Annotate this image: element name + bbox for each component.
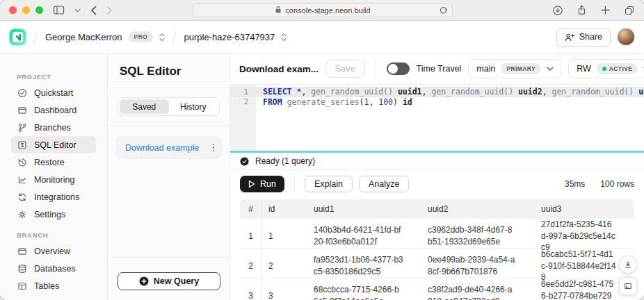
new-tab-icon[interactable] [600,5,611,15]
reload-icon[interactable] [439,6,448,17]
tab-overview-icon[interactable] [624,5,635,16]
sidebar-item[interactable]: Dashboard [11,101,96,119]
downloads-icon[interactable] [552,5,563,16]
sidebar-item[interactable]: Settings [11,206,96,223]
integrations-icon [17,192,27,202]
avatar[interactable] [617,28,635,46]
branch-select[interactable]: main PRIMARY [468,59,561,78]
table-row[interactable]: 11140b3b4d-6421-41fd-bf20-f03e6b0a012fc3… [240,219,634,249]
code-text: SELECT *, gen_random_uuid() uuid1, gen_r… [256,87,644,97]
breadcrumb-separator [33,31,38,42]
sidebar-item[interactable]: SQL Editor [11,136,96,153]
code-line[interactable]: 1SELECT *, gen_random_uuid() uuid1, gen_… [230,87,644,97]
query-duration: 35ms [565,179,585,189]
explain-button[interactable]: Explain [305,176,353,192]
sidebar-item-label: Branches [34,123,71,133]
overview-icon [17,246,27,256]
back-icon[interactable] [90,6,97,15]
sidebar-item[interactable]: Branches [11,119,96,136]
table-row[interactable]: 22fa9523d1-1b06-4377-b3c5-8350186d29c50e… [240,249,634,278]
sidebar-item-label: Tables [34,281,59,291]
tab[interactable]: History [169,99,218,114]
address-bar[interactable]: console-stage.neon.build [193,3,453,17]
cell: 3 [262,291,307,300]
chevron-down-icon[interactable] [74,8,81,12]
traffic-lights [9,6,43,14]
tab[interactable]: Saved [120,99,169,114]
share-label: Share [579,32,602,42]
cell: c38f2ad9-de40-4266-a918-ae947c732ed0 [421,284,535,300]
sidebar-item[interactable]: Integrations [11,188,96,206]
primary-badge: PRIMARY [501,63,541,74]
new-query-button[interactable]: New Query [118,272,220,290]
cell: 140b3b4d-6421-41fd-bf20-f03e6b0a012f [307,224,421,247]
query-status-bar: Ready (1 query) [230,153,644,170]
save-button[interactable]: Save [325,60,365,78]
sql-editor-icon [17,140,27,150]
code-text: FROM generate_series(1, 100) id [256,97,412,107]
saved-query-item[interactable]: Download example [115,136,222,159]
sidebar-item[interactable]: Tables [11,277,96,294]
time-travel-toggle[interactable] [387,62,410,75]
project-switcher-icon[interactable] [281,33,287,42]
zoom-window-button[interactable] [35,6,43,14]
sidebar-item[interactable]: Roles [11,294,96,300]
dashboard-icon [17,105,27,115]
sidebar-toggle-icon[interactable] [53,5,65,15]
column-header: uuid1 [307,204,421,214]
project-name[interactable]: purple-haze-63747937 [184,32,275,42]
sidebar-item[interactable]: Restore [11,153,96,171]
code-line[interactable]: 2FROM generate_series(1, 100) id [230,97,644,108]
share-button[interactable]: Share [556,28,611,47]
url-text: console-stage.neon.build [285,6,370,15]
run-button[interactable]: Run [240,176,284,192]
tab-label: Saved [132,102,156,112]
line-number: 1 [230,88,256,97]
monitoring-icon [17,174,27,185]
sql-editor-main: Download exam... Save Time Travel main P… [230,53,644,300]
sidebar-item[interactable]: Databases [11,260,96,277]
neon-logo[interactable] [9,28,26,46]
check-circle-icon [240,157,249,166]
cell: 0ee499ab-2939-4a54-a8cf-9b667b701876 [421,254,535,277]
sidebar-item[interactable]: Overview [11,242,96,260]
saved-query-label: Download example [125,143,199,153]
download-results-button[interactable] [619,256,637,274]
results-table: #iduuid1uuid2uuid3 11140b3b4d-6421-41fd-… [240,199,634,300]
plus-circle-icon [139,276,149,286]
sidebar-item-label: SQL Editor [34,140,77,150]
sidebar-item-label: Overview [34,247,70,256]
org-switcher-icon[interactable] [159,33,165,42]
restore-icon [17,157,27,167]
sidebar-item-label: Integrations [34,192,79,202]
page-title: SQL Editor [108,53,230,88]
share-people-icon [565,33,575,42]
expand-results-button[interactable] [619,277,637,295]
table-row[interactable]: 3368ccbcca-7715-4266-b6c5-9f7a14ea6e5ec3… [240,278,634,300]
share-page-icon[interactable] [577,4,587,16]
editor-toolbar: Download exam... Save Time Travel main P… [230,53,644,85]
line-number: 2 [230,97,256,106]
row-count: 100 rows [600,179,634,189]
kebab-menu-icon[interactable] [213,144,215,152]
compute-value: RW [577,64,591,74]
close-window-button[interactable] [9,6,17,14]
analyze-button[interactable]: Analyze [359,176,409,192]
queries-panel: SQL Editor Saved History Download exampl… [108,53,230,300]
sidebar-item-label: Monitoring [34,175,74,185]
settings-icon [17,209,27,219]
branch-value: main [476,64,495,74]
run-label: Run [260,179,276,189]
code-editor[interactable]: 1SELECT *, gen_random_uuid() uuid1, gen_… [230,85,644,151]
forward-icon[interactable] [106,6,113,15]
minimize-window-button[interactable] [22,6,30,14]
lock-icon [275,6,282,15]
compute-select[interactable]: RW ACTIVE [568,59,644,78]
branch-nav-list: Overview Databases Tables Roles [0,242,107,300]
sidebar-item[interactable]: Quickstart [11,84,96,101]
sidebar-item[interactable]: Monitoring [11,171,96,188]
browser-toolbar: console-stage.neon.build [0,0,644,21]
org-name[interactable]: George MacKerron [45,32,122,42]
quickstart-icon [17,88,27,98]
chevron-down-icon [547,67,554,71]
